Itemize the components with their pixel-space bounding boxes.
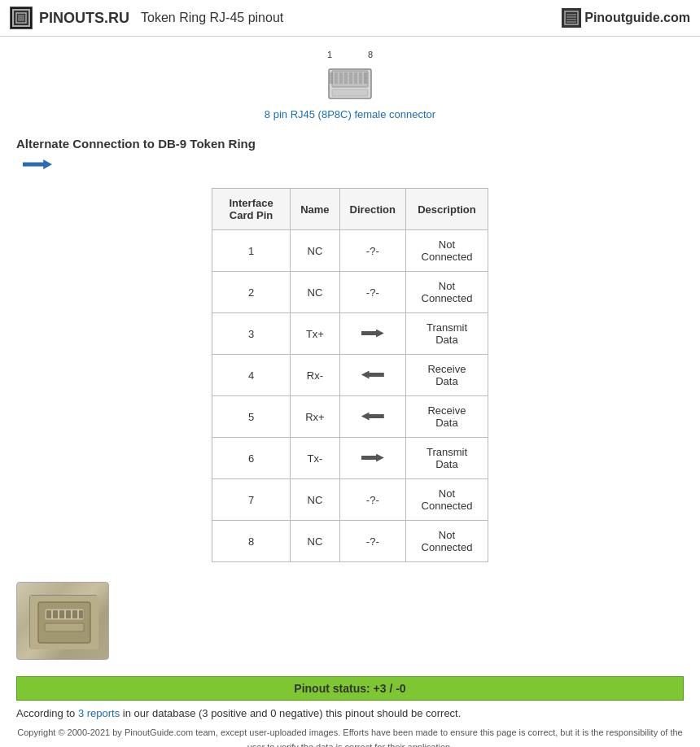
cell-pin: 2 xyxy=(212,272,291,313)
table-row: 1NC-?-Not Connected xyxy=(212,230,488,272)
svg-rect-26 xyxy=(59,610,64,618)
reports-link[interactable]: 3 reports xyxy=(78,707,120,719)
main-content: 1 8 8 pin RJ45 (8P8C xyxy=(0,37,700,747)
pinout-table-wrapper: Interface Card Pin Name Direction Descri… xyxy=(16,188,684,562)
cell-direction: -?- xyxy=(339,479,405,521)
table-header-row: Interface Card Pin Name Direction Descri… xyxy=(212,189,488,230)
cell-description: Not Connected xyxy=(405,272,488,313)
cell-direction xyxy=(339,355,405,396)
svg-rect-29 xyxy=(79,610,83,618)
svg-rect-27 xyxy=(66,610,71,618)
cell-description: Not Connected xyxy=(405,521,488,562)
arrow-right-icon xyxy=(361,330,384,338)
cell-pin: 7 xyxy=(212,479,291,521)
arrow-indicator xyxy=(16,159,684,172)
status-label: Pinout status: xyxy=(294,682,370,695)
table-row: 4Rx-Receive Data xyxy=(212,355,488,396)
svg-rect-5 xyxy=(565,11,578,24)
cell-direction xyxy=(339,396,405,438)
footer-reports-text: According to 3 reports in our database (… xyxy=(16,707,684,719)
svg-rect-0 xyxy=(16,13,26,23)
cell-description: Transmit Data xyxy=(405,313,488,355)
connector-photo xyxy=(16,582,109,660)
pinouts-logo-inner xyxy=(12,9,30,27)
cell-direction xyxy=(339,438,405,479)
cell-pin: 6 xyxy=(212,438,291,479)
svg-rect-28 xyxy=(72,610,77,618)
page-title: Token Ring RJ-45 pinout xyxy=(141,11,283,25)
site-logo-text: PINOUTS.RU xyxy=(39,10,129,27)
connector-link[interactable]: 8 pin RJ45 (8P8C) female connector xyxy=(265,108,435,120)
pinout-table: Interface Card Pin Name Direction Descri… xyxy=(212,188,488,562)
section-heading: Alternate Connection to DB-9 Token Ring xyxy=(16,137,684,151)
cell-name: NC xyxy=(291,479,339,521)
pin-end-label: 8 xyxy=(368,50,373,59)
pinoutguide-text: Pinoutguide.com xyxy=(584,11,690,25)
direction-arrow-icon xyxy=(23,159,52,169)
cell-name: Tx+ xyxy=(291,313,339,355)
cell-name: NC xyxy=(291,272,339,313)
cell-pin: 4 xyxy=(212,355,291,396)
table-row: 3Tx+Transmit Data xyxy=(212,313,488,355)
svg-rect-19 xyxy=(330,72,333,84)
cell-name: NC xyxy=(291,230,339,272)
copyright-text: Copyright © 2000-2021 by PinoutGuide.com… xyxy=(16,726,684,747)
cell-description: Transmit Data xyxy=(405,438,488,479)
cell-pin: 3 xyxy=(212,313,291,355)
svg-rect-16 xyxy=(354,72,357,84)
cell-pin: 5 xyxy=(212,396,291,438)
pin-start-label: 1 xyxy=(327,50,332,59)
header-left: PINOUTS.RU Token Ring RJ-45 pinout xyxy=(10,7,283,29)
connector-diagram xyxy=(326,61,374,102)
cell-name: Rx+ xyxy=(291,396,339,438)
arrow-left-icon xyxy=(361,371,384,379)
cell-description: Receive Data xyxy=(405,396,488,438)
col-header-pin: Interface Card Pin xyxy=(212,189,291,230)
header: PINOUTS.RU Token Ring RJ-45 pinout Pinou… xyxy=(0,0,700,37)
pinoutguide-logo: Pinoutguide.com xyxy=(562,8,690,28)
cell-name: Tx- xyxy=(291,438,339,479)
status-value: +3 / -0 xyxy=(374,682,406,695)
cell-name: Rx- xyxy=(291,355,339,396)
svg-rect-17 xyxy=(359,72,362,84)
cell-pin: 1 xyxy=(212,230,291,272)
col-header-description: Description xyxy=(405,189,488,230)
col-header-name: Name xyxy=(291,189,339,230)
svg-rect-18 xyxy=(364,72,367,84)
arrow-right-icon xyxy=(361,454,384,462)
cell-description: Not Connected xyxy=(405,230,488,272)
status-bar: Pinout status: +3 / -0 xyxy=(16,676,684,701)
table-row: 6Tx-Transmit Data xyxy=(212,438,488,479)
svg-rect-30 xyxy=(45,623,84,631)
svg-rect-13 xyxy=(339,72,343,84)
cell-name: NC xyxy=(291,521,339,562)
table-row: 2NC-?-Not Connected xyxy=(212,272,488,313)
svg-rect-15 xyxy=(349,72,352,84)
cell-direction xyxy=(339,313,405,355)
cell-direction: -?- xyxy=(339,230,405,272)
connector-photo-inner xyxy=(29,595,98,649)
arrow-left-icon xyxy=(361,413,384,421)
table-body: 1NC-?-Not Connected2NC-?-Not Connected3T… xyxy=(212,230,488,562)
footer-before-link: According to xyxy=(16,707,78,719)
header-right: Pinoutguide.com xyxy=(562,8,690,28)
cell-direction: -?- xyxy=(339,521,405,562)
svg-rect-12 xyxy=(335,72,338,84)
photo-section xyxy=(16,582,684,660)
svg-rect-20 xyxy=(332,90,368,96)
table-row: 5Rx+Receive Data xyxy=(212,396,488,438)
table-row: 7NC-?-Not Connected xyxy=(212,479,488,521)
connector-section: 1 8 8 pin RJ45 (8P8C xyxy=(16,50,684,120)
svg-rect-14 xyxy=(344,72,348,84)
svg-rect-25 xyxy=(53,610,58,618)
cell-direction: -?- xyxy=(339,272,405,313)
footer-after-link: in our database (3 positive and 0 negati… xyxy=(120,707,461,719)
svg-rect-24 xyxy=(46,610,51,618)
pinoutguide-icon xyxy=(562,8,581,28)
col-header-direction: Direction xyxy=(339,189,405,230)
cell-description: Not Connected xyxy=(405,479,488,521)
cell-description: Receive Data xyxy=(405,355,488,396)
cell-pin: 8 xyxy=(212,521,291,562)
pinouts-logo-icon xyxy=(10,7,33,29)
table-row: 8NC-?-Not Connected xyxy=(212,521,488,562)
